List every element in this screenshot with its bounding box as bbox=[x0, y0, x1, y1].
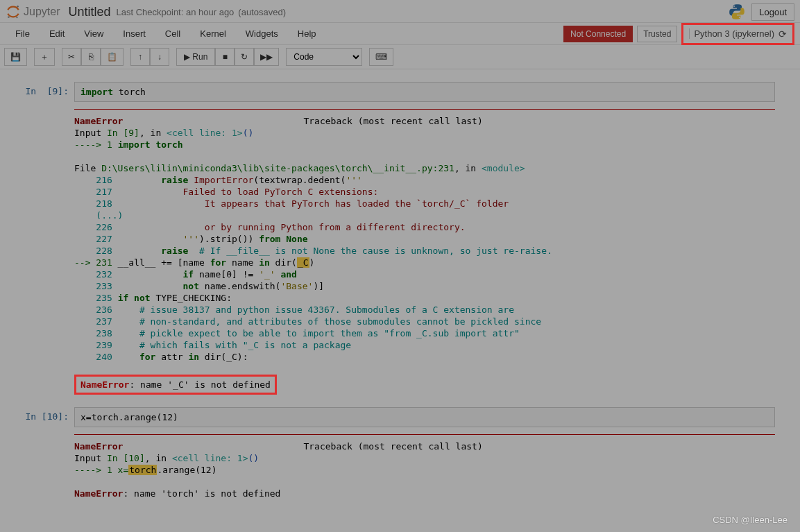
error-divider bbox=[74, 434, 775, 435]
cut-icon: ✂ bbox=[68, 52, 75, 62]
interrupt-button[interactable]: ■ bbox=[215, 48, 235, 66]
menu-insert[interactable]: Insert bbox=[113, 23, 155, 44]
arrow-down-icon: ↓ bbox=[158, 52, 162, 62]
paste-button[interactable]: 📋 bbox=[101, 48, 124, 66]
restart-icon: ↻ bbox=[241, 52, 248, 62]
not-connected-badge: Not Connected bbox=[563, 26, 633, 42]
checkpoint-text: Last Checkpoint: an hour ago bbox=[117, 7, 235, 17]
stop-icon: ■ bbox=[223, 52, 228, 62]
error-divider bbox=[74, 109, 775, 110]
command-palette-button[interactable]: ⌨ bbox=[369, 48, 393, 66]
svg-point-0 bbox=[17, 6, 18, 7]
menu-cell[interactable]: Cell bbox=[155, 23, 190, 44]
notebook-title[interactable]: Untitled bbox=[68, 5, 110, 19]
restart-run-all-button[interactable]: ▶▶ bbox=[254, 48, 279, 66]
restart-button[interactable]: ↻ bbox=[235, 48, 254, 66]
menu-help[interactable]: Help bbox=[288, 23, 326, 44]
logout-button[interactable]: Logout bbox=[751, 3, 794, 21]
run-label: Run bbox=[192, 52, 207, 62]
cell-type-select[interactable]: Code bbox=[286, 48, 362, 66]
traceback-body: 216 raise ImportError(textwrap.dedent(''… bbox=[74, 174, 775, 363]
svg-point-4 bbox=[739, 17, 740, 18]
save-button[interactable]: 💾 bbox=[4, 48, 27, 66]
move-down-button[interactable]: ↓ bbox=[150, 48, 169, 66]
trusted-badge[interactable]: Trusted bbox=[637, 26, 677, 42]
code-cell[interactable]: In [10]: x=torch.arange(12) bbox=[22, 407, 800, 427]
python-icon bbox=[728, 3, 746, 21]
kernel-link-icon: ⟳ bbox=[778, 28, 787, 40]
menu-edit[interactable]: Edit bbox=[40, 23, 74, 44]
error-name: NameError bbox=[74, 441, 123, 452]
run-button[interactable]: ▶ Run bbox=[176, 48, 215, 66]
header: Jupyter Untitled Last Checkpoint: an hou… bbox=[0, 0, 800, 23]
watermark: CSDN @Ileen-Lee bbox=[713, 515, 788, 525]
output-area: NameErrorTraceback (most recent call las… bbox=[74, 109, 775, 395]
code-input[interactable]: import torch bbox=[74, 82, 775, 102]
jupyter-icon bbox=[6, 4, 21, 19]
kernel-indicator[interactable]: Python 3 (ipykernel) ⟳ bbox=[681, 23, 794, 45]
fast-forward-icon: ▶▶ bbox=[260, 52, 273, 62]
paste-icon: 📋 bbox=[107, 52, 117, 62]
traceback-header: Traceback (most recent call last) bbox=[303, 441, 482, 452]
svg-point-2 bbox=[17, 17, 18, 18]
add-cell-button[interactable]: ＋ bbox=[34, 48, 55, 66]
jupyter-logo-text: Jupyter bbox=[24, 6, 60, 18]
play-icon: ▶ bbox=[184, 52, 190, 62]
copy-button[interactable]: ⎘ bbox=[81, 48, 101, 66]
menu-widgets[interactable]: Widgets bbox=[236, 23, 288, 44]
error-highlight: NameError: name '_C' is not defined bbox=[74, 375, 277, 395]
menubar: File Edit View Insert Cell Kernel Widget… bbox=[0, 23, 800, 45]
arrow-up-icon: ↑ bbox=[138, 52, 142, 62]
toolbar: 💾 ＋ ✂ ⎘ 📋 ↑ ↓ ▶ Run ■ ↻ ▶▶ Code ⌨ bbox=[0, 45, 800, 69]
save-icon: 💾 bbox=[10, 52, 21, 62]
copy-icon: ⎘ bbox=[89, 52, 94, 62]
traceback-header: Traceback (most recent call last) bbox=[303, 116, 482, 126]
error-name: NameError bbox=[74, 116, 123, 126]
svg-point-1 bbox=[8, 16, 10, 18]
move-up-button[interactable]: ↑ bbox=[130, 48, 150, 66]
menu-file[interactable]: File bbox=[6, 23, 40, 44]
keyboard-icon: ⌨ bbox=[375, 52, 387, 62]
input-prompt: In [10]: bbox=[22, 407, 74, 427]
input-prompt: In [9]: bbox=[22, 82, 74, 102]
output-area: NameErrorTraceback (most recent call las… bbox=[74, 434, 775, 499]
autosaved-text: (autosaved) bbox=[238, 7, 286, 17]
svg-point-3 bbox=[733, 6, 735, 7]
cut-button[interactable]: ✂ bbox=[62, 48, 81, 66]
code-cell[interactable]: In [9]: import torch bbox=[22, 82, 800, 102]
jupyter-logo[interactable]: Jupyter bbox=[6, 4, 60, 19]
notebook: In [9]: import torch NameErrorTraceback … bbox=[0, 69, 800, 499]
code-input[interactable]: x=torch.arange(12) bbox=[74, 407, 775, 427]
plus-icon: ＋ bbox=[40, 51, 49, 63]
kernel-name: Python 3 (ipykernel) bbox=[689, 28, 774, 39]
menu-view[interactable]: View bbox=[74, 23, 113, 44]
menu-kernel[interactable]: Kernel bbox=[190, 23, 236, 44]
